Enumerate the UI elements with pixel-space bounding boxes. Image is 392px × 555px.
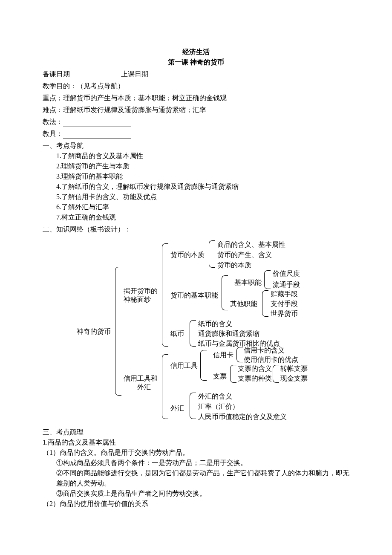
- diagram-node: 外汇的含义: [198, 391, 232, 402]
- exam-point-item: 1.了解商品的含义及基本属性: [56, 151, 349, 161]
- key-point-line: 重点；理解货币的产生与本质；基本职能；树立正确的金钱观: [43, 93, 349, 103]
- diagram-node: 外汇: [137, 382, 151, 392]
- paragraph: ①构成商品必须具备两个条件：一是劳动产品；二是用于交换。: [43, 458, 349, 468]
- diagram-node: 基本职能: [234, 278, 262, 288]
- diagram-node: 商品的含义、基本属性: [217, 240, 285, 250]
- exam-point-item: 6.了解外汇与汇率: [56, 202, 349, 212]
- objective-line: 教学目的：（见考点导航）: [43, 81, 349, 91]
- exam-point-item: 7.树立正确的金钱观: [56, 212, 349, 223]
- brace-icon: [190, 393, 196, 419]
- diagram-node: 支票的含义: [238, 364, 272, 374]
- date-line: 备课日期上课日期: [43, 69, 349, 79]
- exam-point-item: 3.理解货币的基本职能: [56, 171, 349, 182]
- diagram-node: 转帐支票: [280, 364, 308, 374]
- diagram-node: 货币的本质: [217, 260, 251, 270]
- document-page: 经济生活 第一课 神奇的货币 备课日期上课日期 教学目的：（见考点导航） 重点；…: [0, 0, 392, 555]
- section-2-heading: 二、知识网络（板书设计）：: [43, 224, 349, 234]
- brace-icon: [200, 350, 207, 381]
- exam-point-item: 2.理解货币的产生与本质: [56, 161, 349, 171]
- diagram-node: 信用卡: [213, 350, 233, 360]
- brace-icon: [222, 275, 228, 310]
- paragraph: ③商品交换实质上是商品生产者之间的劳动交换。: [43, 489, 349, 499]
- doc-title: 经济生活: [43, 47, 349, 57]
- section-1-heading: 一、考点导航: [43, 141, 349, 151]
- diagram-node: 人民币币值稳定的含义及意义: [198, 412, 287, 422]
- brace-icon: [236, 347, 243, 362]
- prep-date-blank: [70, 72, 121, 79]
- diagram-root: 神奇的货币: [77, 327, 111, 337]
- prep-date-label: 备课日期: [43, 70, 70, 78]
- diagram-node: 外汇: [170, 403, 184, 413]
- brace-icon: [264, 270, 271, 289]
- diagram-node: 流通手段: [273, 280, 300, 290]
- diagram-node: 其他职能: [230, 299, 257, 309]
- diagram-node: 支票的种类: [238, 373, 272, 384]
- difficulty-line: 难点：理解纸币发行规律及通货膨胀与通货紧缩；汇率: [43, 105, 349, 115]
- diagram-node: 世界货币: [271, 309, 298, 319]
- diagram-node: 信用工具: [170, 361, 198, 371]
- diagram-node: 汇率（汇价）: [198, 402, 239, 412]
- method-blank: [63, 120, 131, 127]
- diagram-node: 支票: [213, 371, 227, 382]
- diagram-node: 价值尺度: [273, 269, 300, 279]
- brace-icon: [273, 365, 279, 383]
- brace-icon: [209, 240, 215, 268]
- tool-label: 教具：: [43, 130, 63, 137]
- diagram-node: 纸币的含义: [198, 319, 232, 329]
- diagram-node: 货币的产生、含义: [217, 250, 272, 260]
- exam-points-list: 1.了解商品的含义及基本属性 2.理解货币的产生与本质 3.理解货币的基本职能 …: [43, 151, 349, 223]
- lesson-title: 第一课 神奇的货币: [43, 57, 349, 67]
- brace-icon: [162, 354, 168, 419]
- diagram-node: 神秘面纱: [124, 295, 151, 305]
- diagram-node: 通货膨胀和通货紧缩: [198, 329, 259, 339]
- diagram-node: 信用卡的含义: [244, 345, 285, 356]
- teach-date-blank: [148, 72, 212, 79]
- brace-icon: [262, 290, 268, 317]
- paragraph: （2）商品的使用价值与价值的关系: [43, 499, 349, 509]
- diagram-node: 现金支票: [280, 373, 308, 384]
- section-3: 三、考点疏理 1.商品的含义及基本属性 （1）商品的含义。商品是用于交换的劳动产…: [43, 427, 349, 509]
- paragraph: （1）商品的含义。商品是用于交换的劳动产品。: [43, 448, 349, 458]
- diagram-node: 货币的本质: [170, 250, 205, 260]
- method-line: 教法：: [43, 117, 349, 127]
- title-block: 经济生活 第一课 神奇的货币: [43, 47, 349, 67]
- teach-date-label: 上课日期: [121, 70, 148, 78]
- brace-icon: [162, 243, 168, 347]
- tool-line: 教具：: [43, 129, 349, 139]
- paragraph: ②不同的商品能够进行交换，是因为它们都是劳动产品，生产它们都耗费了人的体力和脑力…: [43, 468, 349, 489]
- tool-blank: [63, 132, 131, 139]
- brace-icon: [115, 267, 121, 396]
- exam-point-item: 4.了解纸币的含义，理解纸币发行规律及通货膨胀与通货紧缩: [56, 182, 349, 192]
- brace-icon: [190, 320, 196, 347]
- brace-icon: [230, 365, 236, 383]
- diagram-node: 纸币: [170, 329, 184, 339]
- diagram-node: 支付手段: [271, 299, 298, 309]
- section-3-heading: 三、考点疏理: [43, 427, 349, 437]
- exam-point-item: 5.了解信用卡的含义、功能及优点: [56, 192, 349, 202]
- knowledge-diagram: 神奇的货币 揭开货币的 神秘面纱 信用工具和 外汇 货币的本质 货币的基本职能 …: [43, 237, 349, 425]
- diagram-node: 货币的基本职能: [170, 290, 218, 301]
- method-label: 教法：: [43, 118, 63, 125]
- diagram-node: 贮藏手段: [271, 289, 298, 299]
- subheading: 1.商品的含义及基本属性: [43, 437, 349, 448]
